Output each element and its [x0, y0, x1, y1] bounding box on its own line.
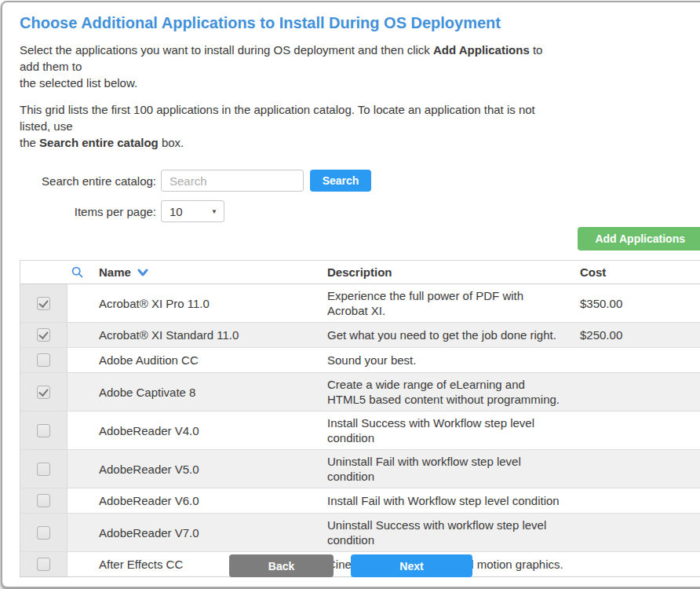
table-row[interactable]: AdobeReader V5.0 Uninstall Fail with wor… — [20, 450, 700, 488]
next-button[interactable]: Next — [351, 554, 472, 577]
row-select-cell — [20, 488, 67, 513]
application-description: Sound your best. — [327, 348, 580, 372]
table-row[interactable]: AdobeReader V4.0 Install Success with Wo… — [20, 412, 700, 450]
application-name: AdobeReader V6.0 — [67, 488, 327, 513]
application-name: AdobeReader V7.0 — [67, 514, 327, 551]
row-checkbox[interactable] — [37, 386, 50, 399]
row-select-cell — [20, 373, 67, 411]
search-button[interactable]: Search — [310, 170, 371, 192]
grid-header-name[interactable]: Name — [67, 261, 327, 284]
row-select-cell — [20, 284, 67, 322]
search-row: Search entire catalog: Search — [20, 170, 700, 192]
table-row[interactable]: AdobeReader V6.0 Install Fail with Workf… — [20, 488, 700, 514]
wizard-footer: Back Next — [2, 554, 700, 577]
row-select-cell — [20, 450, 67, 488]
application-cost — [580, 373, 700, 411]
table-row[interactable]: Adobe Captivate 8 Create a wide range of… — [20, 373, 700, 412]
row-checkbox[interactable] — [37, 494, 50, 507]
application-cost: $250.00 — [580, 323, 700, 347]
row-select-cell — [20, 348, 67, 372]
items-per-page-row: Items per page: 10 ▼ — [20, 200, 700, 222]
items-per-page-select[interactable]: 10 ▼ — [161, 200, 224, 222]
applications-grid: Name Description Cost Acrobat® XI Pro 11… — [20, 260, 700, 577]
application-description: Get what you need to get the job done ri… — [327, 323, 580, 347]
application-name: Acrobat® XI Pro 11.0 — [67, 284, 327, 322]
application-cost — [580, 412, 700, 449]
add-applications-row: Add Applications — [20, 227, 700, 251]
application-cost — [580, 348, 700, 372]
row-checkbox[interactable] — [37, 463, 50, 476]
application-name: Adobe Audition CC — [67, 348, 327, 372]
items-per-page-value: 10 — [170, 205, 183, 218]
application-name: Acrobat® XI Standard 11.0 — [67, 323, 327, 347]
application-description: Experience the full power of PDF with Ac… — [327, 284, 580, 322]
wizard-page: Choose Additional Applications to Instal… — [1, 1, 700, 588]
dropdown-caret-icon: ▼ — [211, 208, 217, 215]
grid-header-row: Name Description Cost — [20, 261, 700, 284]
row-checkbox[interactable] — [37, 353, 50, 367]
row-select-cell — [20, 323, 67, 347]
table-body: Acrobat® XI Pro 11.0 Experience the full… — [20, 284, 700, 576]
application-cost: $350.00 — [580, 284, 700, 322]
intro-text: Select the applications you want to inst… — [20, 42, 553, 91]
grid-note-text: This grid lists the first 100 applicatio… — [20, 101, 553, 151]
page-title: Choose Additional Applications to Instal… — [20, 14, 700, 32]
grid-header-select-column — [20, 261, 67, 284]
row-checkbox[interactable] — [37, 328, 50, 342]
row-select-cell — [20, 412, 67, 449]
application-cost — [580, 514, 700, 551]
application-name: Adobe Captivate 8 — [67, 373, 327, 411]
application-name: AdobeReader V4.0 — [67, 412, 327, 449]
application-description: Uninstall Success with workflow step lev… — [327, 514, 580, 551]
search-icon[interactable] — [71, 266, 83, 280]
table-row[interactable]: Acrobat® XI Pro 11.0 Experience the full… — [20, 284, 700, 323]
application-description: Uninstall Fail with workflow step level … — [327, 450, 580, 488]
row-checkbox[interactable] — [37, 424, 50, 437]
table-row[interactable]: Acrobat® XI Standard 11.0 Get what you n… — [20, 323, 700, 348]
grid-header-cost: Cost — [580, 261, 700, 284]
search-input[interactable] — [161, 170, 304, 192]
table-row[interactable]: Adobe Audition CC Sound your best. — [20, 348, 700, 373]
application-cost — [580, 488, 700, 513]
application-description: Install Success with Workflow step level… — [327, 412, 580, 449]
application-description: Create a wide range of eLearning and HTM… — [327, 373, 580, 411]
search-label: Search entire catalog: — [20, 174, 156, 188]
items-per-page-label: Items per page: — [20, 205, 156, 218]
row-select-cell — [20, 514, 67, 551]
sort-descending-chevron-icon — [137, 269, 148, 276]
application-description: Install Fail with Workflow step level co… — [327, 488, 580, 513]
table-row[interactable]: AdobeReader V7.0 Uninstall Success with … — [20, 514, 700, 552]
row-checkbox[interactable] — [37, 526, 50, 540]
application-cost — [580, 450, 700, 488]
application-name: AdobeReader V5.0 — [67, 450, 327, 488]
back-button[interactable]: Back — [229, 554, 334, 577]
grid-header-description: Description — [327, 261, 580, 284]
add-applications-button[interactable]: Add Applications — [578, 227, 700, 251]
row-checkbox[interactable] — [37, 297, 50, 310]
